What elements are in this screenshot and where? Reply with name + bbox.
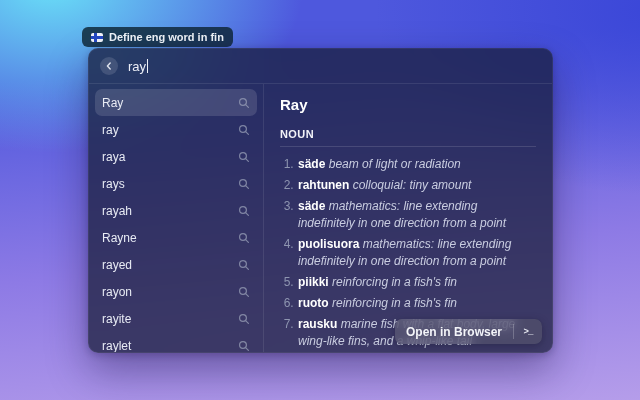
hotkey-pill-label: Define eng word in fin (109, 31, 224, 43)
sense-item: piikki reinforcing in a fish's fin (297, 274, 536, 291)
result-label: rayah (102, 204, 132, 218)
back-button[interactable] (100, 57, 118, 75)
sense-word: säde (298, 157, 325, 171)
result-label: rays (102, 177, 125, 191)
result-row[interactable]: rayon (95, 278, 257, 305)
detail-pane: Ray NOUN säde beam of light or radiation… (264, 84, 552, 353)
result-label: rayed (102, 258, 132, 272)
results-list: RayrayrayaraysrayahRaynerayedrayonrayite… (89, 84, 263, 353)
text-caret (147, 59, 148, 73)
search-icon (238, 340, 250, 352)
result-label: Rayne (102, 231, 137, 245)
result-row[interactable]: rayah (95, 197, 257, 224)
result-row[interactable]: Rayne (95, 224, 257, 251)
search-icon (238, 124, 250, 136)
finnish-flag-icon (91, 33, 103, 42)
result-label: raylet (102, 339, 131, 353)
search-icon (238, 286, 250, 298)
sense-item: säde beam of light or radiation (297, 156, 536, 173)
result-label: rayite (102, 312, 131, 326)
search-icon (238, 151, 250, 163)
detail-title: Ray (280, 96, 536, 113)
sense-gloss: mathematics: line extending indefinitely… (298, 199, 506, 230)
result-row[interactable]: raylet (95, 332, 257, 353)
sense-word: puolisuora (298, 237, 359, 251)
hotkey-pill[interactable]: Define eng word in fin (82, 27, 233, 47)
result-label: ray (102, 123, 119, 137)
search-bar: ray (89, 49, 552, 84)
result-label: raya (102, 150, 125, 164)
sense-word: säde (298, 199, 325, 213)
result-row[interactable]: rays (95, 170, 257, 197)
search-input-value: ray (128, 59, 146, 74)
search-icon (238, 178, 250, 190)
launcher-window: ray RayrayrayaraysrayahRaynerayedrayonra… (88, 48, 553, 353)
search-icon (238, 97, 250, 109)
sense-gloss: reinforcing in a fish's fin (332, 296, 457, 310)
action-bar: Open in Browser >_ (395, 319, 542, 344)
search-input[interactable]: ray (128, 59, 148, 74)
result-row[interactable]: Ray (95, 89, 257, 116)
sense-word: rahtunen (298, 178, 349, 192)
open-in-browser-button[interactable]: Open in Browser (395, 319, 513, 344)
search-icon (238, 259, 250, 271)
result-row[interactable]: raya (95, 143, 257, 170)
chevron-left-icon (105, 62, 113, 70)
terminal-shortcut-icon[interactable]: >_ (514, 319, 542, 344)
search-icon (238, 232, 250, 244)
result-label: rayon (102, 285, 132, 299)
window-body: RayrayrayaraysrayahRaynerayedrayonrayite… (89, 84, 552, 353)
search-icon (238, 313, 250, 325)
sense-item: säde mathematics: line extending indefin… (297, 198, 536, 232)
sense-gloss: colloquial: tiny amount (353, 178, 472, 192)
noun-section-heading: NOUN (280, 128, 536, 140)
result-label: Ray (102, 96, 123, 110)
result-row[interactable]: rayed (95, 251, 257, 278)
sense-gloss: reinforcing in a fish's fin (332, 275, 457, 289)
sense-word: ruoto (298, 296, 329, 310)
result-row[interactable]: ray (95, 116, 257, 143)
sense-word: piikki (298, 275, 329, 289)
search-icon (238, 205, 250, 217)
result-row[interactable]: rayite (95, 305, 257, 332)
sense-word: rausku (298, 317, 337, 331)
sense-item: puolisuora mathematics: line extending i… (297, 236, 536, 270)
sense-item: rahtunen colloquial: tiny amount (297, 177, 536, 194)
section-divider (280, 146, 536, 147)
sense-gloss: beam of light or radiation (329, 157, 461, 171)
sense-item: ruoto reinforcing in a fish's fin (297, 295, 536, 312)
